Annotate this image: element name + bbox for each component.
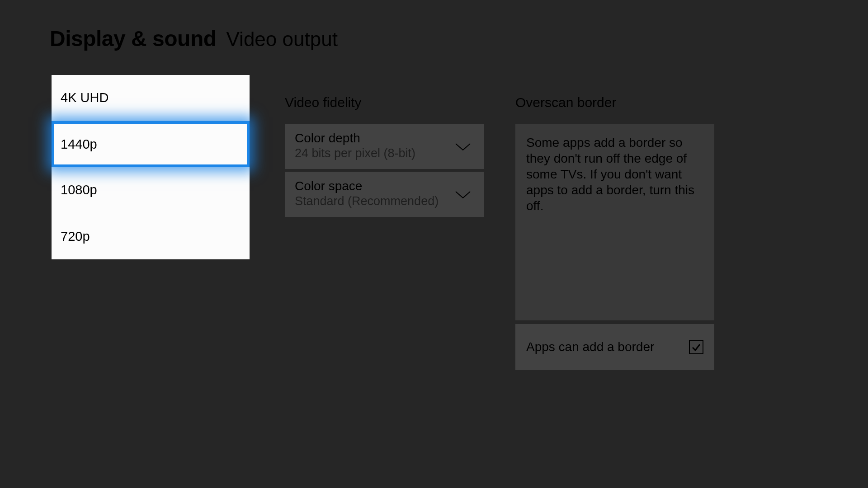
resolution-option-4k-uhd[interactable]: 4K UHD: [52, 75, 250, 121]
resolution-option-1080p[interactable]: 1080p: [52, 167, 250, 213]
resolution-option-720p[interactable]: 720p: [52, 213, 250, 259]
resolution-option-1440p[interactable]: 1440p: [52, 121, 250, 167]
resolution-popup: 4K UHD 1440p 1080p 720p: [52, 75, 250, 259]
